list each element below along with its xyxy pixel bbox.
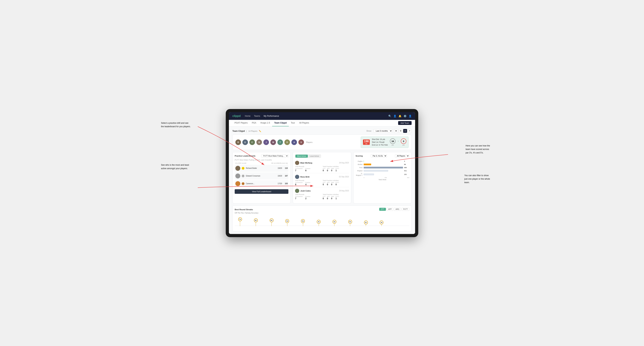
- streak-pin-10: 3x: [380, 220, 384, 226]
- player-avatar-6[interactable]: M: [270, 140, 276, 145]
- streaks-header: Best Round Streaks OTT APP ARG PUTT: [235, 208, 409, 211]
- shot-info: Shot Dist: 16 yds Start Lie: Rough End L…: [372, 138, 388, 147]
- team-header: Team Clippd | 14 Players ✏️ Show: Last 3…: [232, 129, 412, 133]
- page-container: Select a practice drill and seethe leade…: [200, 109, 444, 237]
- drill-select[interactable]: PUTT Must Make Putting...: [261, 154, 288, 158]
- player-avatar-1[interactable]: R: [235, 140, 241, 145]
- streak-pin-9: 3x: [364, 220, 368, 226]
- annotation-top-right: Here you can see how theteam have scored…: [466, 144, 490, 155]
- nav-logo: clippd: [232, 114, 240, 118]
- subnav-hcaps[interactable]: Hcaps 1-5: [258, 120, 272, 126]
- lb-rank-badge-1: 1: [242, 167, 244, 170]
- show-period-select[interactable]: Last 3 months Last 6 months Last year: [374, 129, 392, 133]
- nav-teams[interactable]: Teams: [254, 114, 260, 118]
- scoring-player-select[interactable]: All Players: [395, 154, 409, 158]
- lb-avatar-2: [235, 173, 240, 178]
- streaks-toggle: OTT APP ARG PUTT: [379, 208, 409, 211]
- leaderboard-row-1[interactable]: 1 Richard Butler 19/20 110: [235, 165, 288, 172]
- three-column-grid: Practice Leaderboards PUTT Must Make Put…: [232, 152, 412, 203]
- subnav-all-players[interactable]: All Players: [297, 120, 311, 126]
- x-axis: 0 200 400: [356, 177, 409, 178]
- player-avatar-7[interactable]: T: [278, 140, 283, 145]
- streak-putt-btn[interactable]: PUTT: [402, 208, 409, 211]
- least-active-toggle[interactable]: Least Active: [308, 155, 321, 158]
- streak-pin-3: 6x: [270, 218, 274, 226]
- streak-app-btn[interactable]: APP: [386, 208, 393, 211]
- chart-row-birdies: Birdies 96: [356, 163, 409, 166]
- player-avatar-10[interactable]: S: [298, 140, 304, 145]
- leaderboard-card: Practice Leaderboards PUTT Must Make Put…: [232, 152, 291, 203]
- streak-pin-4: 5x: [285, 219, 289, 226]
- player-avatar-2[interactable]: E: [242, 140, 248, 145]
- player-avatar-8[interactable]: D: [284, 140, 290, 145]
- add-team-button[interactable]: Add Team: [398, 121, 412, 125]
- bar-birdies: [364, 164, 371, 165]
- act-avatar-1: [295, 161, 299, 165]
- bar-bogeys: [364, 170, 388, 172]
- subnav-pgat[interactable]: PGAT Players: [232, 120, 250, 126]
- settings-view-icon[interactable]: ≡: [408, 129, 412, 133]
- player-avatar-3[interactable]: C: [249, 140, 255, 145]
- most-active-toggle[interactable]: Most Active: [296, 155, 308, 158]
- leaderboard-table-header: PLAYER NAME PB SCORE PB AVG SQ: [235, 162, 288, 164]
- sub-nav: PGAT Players PGA Hcaps 1-5 Team Clippd T…: [229, 120, 415, 127]
- activity-card-header: Most Active Least Active: [295, 154, 349, 158]
- activity-toggle: Most Active Least Active: [295, 154, 321, 158]
- streak-ott-btn[interactable]: OTT: [379, 208, 386, 211]
- scoring-card: Scoring Par 3, 4 & 5s Par 3s Par 4s Par …: [353, 152, 412, 203]
- nav-icons: 🔍 👤 🔔 ⚙️ 👤: [388, 115, 412, 117]
- edit-team-icon[interactable]: ✏️: [259, 130, 261, 132]
- shot-circle-2: 0 yds: [401, 138, 406, 146]
- streak-pin-2: 6x: [254, 218, 258, 226]
- subnav-pga[interactable]: PGA: [250, 120, 258, 126]
- arrow-separator: →: [397, 138, 399, 144]
- tablet-screen: clippd Home Teams My Performance 🔍 👤 🔔 ⚙…: [229, 112, 415, 234]
- player-avatar-5[interactable]: J: [264, 140, 269, 145]
- lb-avatar-1: [235, 166, 240, 171]
- streak-pin-5: 5x: [301, 219, 305, 226]
- players-row: R E C B J M T D A S Players: [232, 135, 412, 150]
- bell-icon[interactable]: 🔔: [398, 115, 402, 117]
- leaderboard-row-3[interactable]: 3 Cameron... 17/20 103: [235, 180, 288, 187]
- bar-pars: [364, 167, 403, 169]
- top-nav: clippd Home Teams My Performance 🔍 👤 🔔 ⚙…: [229, 112, 415, 120]
- subnav-team-clippd[interactable]: Team Clippd: [272, 120, 289, 126]
- grid-view-icon[interactable]: ⊞: [394, 129, 398, 133]
- list-view-icon[interactable]: ☰: [399, 129, 402, 133]
- card-view-icon[interactable]: ⊡: [403, 129, 407, 133]
- streak-pin-7: 4x: [332, 220, 336, 226]
- scoring-chart: Eagles 3 Birdies: [356, 159, 409, 180]
- player-avatars: R E C B J M T D A S: [235, 140, 304, 145]
- nav-items: Home Teams My Performance: [245, 114, 384, 118]
- player-avatar-4[interactable]: B: [256, 140, 262, 145]
- scoring-par-select[interactable]: Par 3, 4 & 5s Par 3s Par 4s Par 5s: [371, 154, 387, 158]
- team-title: Team Clippd | 14 Players ✏️: [232, 129, 261, 133]
- shot-circle-1: 16 yds: [390, 138, 396, 146]
- tablet-frame: clippd Home Teams My Performance 🔍 👤 🔔 ⚙…: [226, 109, 418, 237]
- lb-avatar-3: [235, 181, 240, 186]
- leaderboard-row-2[interactable]: 2 Edward Crossman 18/20 107: [235, 173, 288, 179]
- chart-row-eagles: Eagles 3: [356, 160, 409, 163]
- chart-row-pars: Pars 499: [356, 166, 409, 169]
- streak-chart: 7x 6x 6x 5x: [235, 215, 409, 229]
- subnav-tour[interactable]: Tour: [289, 120, 297, 126]
- streak-pin-1: 7x: [238, 217, 242, 226]
- nav-my-performance[interactable]: My Performance: [264, 114, 279, 118]
- settings-icon[interactable]: ⚙️: [404, 115, 406, 117]
- people-icon[interactable]: 👤: [394, 115, 396, 117]
- main-content: Team Clippd | 14 Players ✏️ Show: Last 3…: [229, 127, 415, 234]
- avatar-icon[interactable]: 👤: [408, 115, 412, 117]
- activity-card: Most Active Least Active Blair McHarg: [293, 152, 351, 203]
- streak-arg-btn[interactable]: ARG: [394, 208, 401, 211]
- player-avatar-9[interactable]: A: [292, 140, 297, 145]
- streak-pin-8: 4x: [348, 220, 352, 226]
- shot-badge: 198 SC: [363, 140, 370, 145]
- shot-card: 198 SC Shot Dist: 16 yds Start Lie: Roug…: [361, 137, 408, 148]
- annotation-top-left: Select a practice drill and seethe leade…: [161, 121, 190, 128]
- view-icons: ⊞ ☰ ⊡ ≡: [394, 129, 412, 133]
- activity-player-3: Josh Coles 26 Aug 2023 Total Rounds: [295, 187, 349, 201]
- nav-home[interactable]: Home: [245, 114, 250, 118]
- chart-row-bogeys: Bogeys 311: [356, 170, 409, 172]
- search-icon[interactable]: 🔍: [388, 115, 391, 117]
- view-full-leaderboard-button[interactable]: View Full Leaderboard: [235, 189, 288, 194]
